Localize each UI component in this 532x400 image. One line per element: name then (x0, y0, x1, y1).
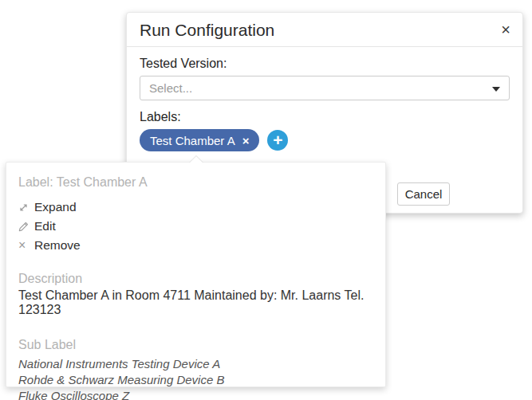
tag-remove-icon[interactable]: × (242, 135, 250, 147)
description-text: Test Chamber A in Room 4711 Maintained b… (18, 288, 373, 317)
edit-label: Edit (34, 219, 56, 233)
labels-tag-row: Test Chamber A × + (140, 129, 510, 151)
close-icon[interactable]: × (501, 19, 510, 40)
remove-action[interactable]: × Remove (18, 236, 373, 255)
description-heading: Description (18, 272, 373, 286)
expand-icon (18, 202, 30, 213)
remove-icon: × (18, 240, 30, 251)
sub-label-list: National Instruments Testing Device A Ro… (18, 356, 373, 400)
sub-label-item: Fluke Oscilloscope Z (18, 388, 373, 400)
edit-action[interactable]: Edit (18, 217, 373, 236)
page: Run Configuration × Tested Version: Sele… (0, 0, 532, 400)
dialog-title: Run Configuration (140, 19, 510, 41)
tested-version-label: Tested Version: (140, 57, 510, 71)
sub-label-heading: Sub Label (18, 338, 373, 352)
sub-label-item: National Instruments Testing Device A (18, 356, 373, 372)
cancel-button[interactable]: Cancel (397, 182, 450, 206)
popover-arrow-fill (190, 156, 203, 163)
tested-version-select[interactable]: Select... (140, 76, 510, 100)
chevron-down-icon (492, 87, 500, 92)
remove-label: Remove (34, 238, 81, 253)
add-label-button[interactable]: + (267, 130, 288, 151)
label-popover: Label: Test Chamber A Expand Edit × Remo… (6, 162, 386, 387)
dialog-header: Run Configuration × (127, 13, 522, 47)
label-tag-text: Test Chamber A (150, 134, 235, 147)
expand-label: Expand (34, 200, 77, 214)
label-tag-test-chamber-a[interactable]: Test Chamber A × (140, 129, 259, 151)
expand-action[interactable]: Expand (18, 198, 373, 217)
labels-label: Labels: (140, 110, 510, 124)
sub-label-item: Rohde & Schwarz Measuring Device B (18, 372, 373, 388)
edit-icon (18, 222, 30, 232)
tested-version-placeholder: Select... (149, 81, 192, 95)
dialog-body: Tested Version: Select... Labels: Test C… (127, 47, 522, 151)
popover-title: Label: Test Chamber A (18, 175, 373, 190)
